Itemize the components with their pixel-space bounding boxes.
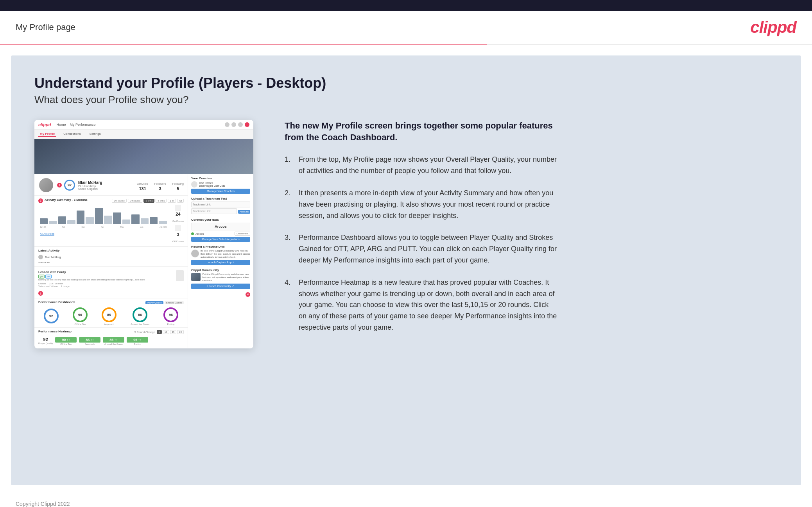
filter-15[interactable]: 15 bbox=[170, 330, 177, 334]
ring-putting-circle: 96 bbox=[163, 307, 178, 322]
nav-icon-3 bbox=[238, 122, 243, 127]
add-link-btn[interactable]: Add Link bbox=[238, 210, 250, 214]
numbered-list: From the top, My Profile page now shows … bbox=[285, 154, 558, 333]
ring-off-tee-label: Off the Tee bbox=[73, 323, 88, 325]
filter-all[interactable]: All bbox=[177, 199, 184, 203]
bar-9 bbox=[113, 212, 121, 224]
filter-3mths[interactable]: 3 Mths bbox=[143, 199, 154, 203]
heatmap-putting-bar: 96 ↑↑ bbox=[127, 337, 148, 343]
ring-approach: 85 Approach bbox=[102, 307, 117, 325]
drill-avatar bbox=[191, 250, 199, 257]
copyright-text: Copyright Clippd 2022 bbox=[16, 501, 70, 507]
profile-location: United Kingdom bbox=[78, 187, 134, 190]
on-course-count: 24 On Course bbox=[172, 205, 184, 223]
heatmap-arg: 86 ↑↑ Around the Green bbox=[103, 336, 124, 345]
perf-header: Performance Dashboard Player Quality Str… bbox=[38, 300, 184, 305]
profile-text-info: Blair McHarg Plus Handicap United Kingdo… bbox=[78, 180, 134, 190]
heatmap-off-tee: 90 ↑↑ Off the Tee bbox=[55, 336, 77, 345]
practice-drill-item: Be one of the Clippd Community who recor… bbox=[191, 250, 250, 259]
manage-coaches-btn[interactable]: Manage Your Coaches bbox=[191, 189, 250, 194]
toggle-player-quality[interactable]: Player Quality bbox=[145, 301, 163, 304]
bar-1 bbox=[40, 218, 48, 224]
heatmap-arg-bar: 86 ↑↑ bbox=[103, 337, 124, 343]
toggle-strokes-gained[interactable]: Strokes Gained bbox=[165, 301, 184, 304]
filter-10[interactable]: 10 bbox=[163, 330, 169, 334]
list-item-4: Performance Heatmap is a new feature tha… bbox=[285, 277, 558, 333]
coach-info: Dan Davies Barnhopple Golf Club bbox=[199, 182, 225, 187]
ring-overall: 92 bbox=[44, 309, 59, 324]
community-text: Visit the Clippd Community and discover … bbox=[202, 273, 250, 282]
subnav-my-profile: My Profile bbox=[38, 131, 56, 137]
manage-integrations-btn[interactable]: Manage Your Data Integrations bbox=[191, 237, 250, 242]
perf-toggle[interactable]: Player Quality Strokes Gained bbox=[145, 301, 184, 304]
on-course-val: 24 bbox=[172, 212, 184, 216]
ring-putting-label: Putting bbox=[163, 323, 178, 325]
trend-bar bbox=[132, 331, 133, 333]
arccos-logo: Arccos bbox=[191, 223, 250, 230]
heatmap-overall-val: 92 bbox=[38, 337, 53, 342]
community-section: Clippd Community Visit the Clippd Commun… bbox=[191, 268, 250, 289]
heatmap-grid: 92 Player Quality 90 ↑↑ Off the Tee 85 ↑… bbox=[38, 336, 184, 345]
lesson-image bbox=[176, 270, 184, 281]
filter-on-course[interactable]: On course bbox=[112, 199, 127, 203]
ring-approach-circle: 85 bbox=[102, 307, 117, 322]
heatmap-overall-label: Player Quality bbox=[38, 342, 53, 345]
activity-text-2: see more bbox=[38, 261, 50, 264]
arccos-disconnect-btn[interactable]: Disconnect bbox=[235, 232, 250, 236]
annotation-2: 2 bbox=[38, 198, 43, 203]
off-course-label: Off Course bbox=[172, 240, 184, 243]
lesson-annotation: 3 bbox=[38, 291, 43, 296]
trackman-input[interactable] bbox=[191, 202, 250, 207]
lesson-tag-2: drill bbox=[45, 275, 52, 278]
on-course-label: On Course bbox=[172, 220, 184, 222]
stat-activities-val: 131 bbox=[137, 186, 148, 191]
nav-avatar-icon bbox=[245, 122, 249, 127]
mockup-right-sidebar: Your Coaches Dan Davies Barnhopple Golf … bbox=[188, 174, 253, 348]
nav-icon-2 bbox=[231, 122, 236, 127]
lesson-title: Lesson with Fordy bbox=[38, 270, 174, 274]
screenshot-col: clippd Home My Performance My Profile bbox=[34, 120, 253, 348]
ring-approach-label: Approach bbox=[102, 323, 117, 325]
filter-1yr[interactable]: 1 Yr bbox=[168, 199, 176, 203]
annotation-1: 1 bbox=[57, 183, 62, 187]
two-col-layout: clippd Home My Performance My Profile bbox=[34, 120, 778, 348]
profile-avatar bbox=[38, 177, 54, 193]
heatmap-filters: 5 10 15 20 bbox=[157, 330, 184, 334]
launch-community-btn[interactable]: Launch Community ↗ bbox=[191, 284, 250, 289]
activity-filters: On course Off course 3 Mths 6 Mths 1 Yr … bbox=[112, 199, 184, 203]
bar-chart bbox=[38, 205, 168, 224]
main-content: Understand your Profile (Players - Deskt… bbox=[11, 55, 801, 485]
filter-6mths[interactable]: 6 Mths bbox=[156, 199, 167, 203]
mockup-activity-section: 2 Activity Summary - 6 Months On course … bbox=[34, 196, 188, 246]
heading-section: Understand your Profile (Players - Deskt… bbox=[34, 75, 778, 106]
mockup-logo: clippd bbox=[38, 122, 51, 127]
off-course-count: 3 Off Course bbox=[172, 225, 184, 244]
activity-text-1: Blair McHarg bbox=[45, 256, 61, 259]
lesson-text: Nothing to feel like my hips are exiting… bbox=[38, 278, 174, 282]
sub-heading: What does your Profile show you? bbox=[34, 94, 778, 106]
heatmap-section: Performance Heatmap 5 Round Change bbox=[34, 327, 188, 348]
subnav-settings: Settings bbox=[88, 131, 102, 137]
drill-text: Be one of the Clippd Community who recor… bbox=[201, 250, 250, 259]
header-divider bbox=[0, 44, 812, 45]
main-heading: Understand your Profile (Players - Deskt… bbox=[34, 75, 778, 91]
heatmap-label: 5 Round Change bbox=[134, 331, 155, 334]
ring-off-tee-circle: 90 bbox=[73, 307, 88, 322]
performance-rings: 92 90 Off the Tee 85 Approach bbox=[38, 307, 184, 325]
community-image bbox=[191, 273, 201, 281]
trackman-link-display: Trackman Link bbox=[191, 208, 237, 214]
filter-5[interactable]: 5 bbox=[157, 330, 162, 334]
all-activities-link[interactable]: All Activities bbox=[38, 229, 168, 236]
coach-club: Barnhopple Golf Club bbox=[199, 184, 225, 187]
stat-activities: Activities 131 bbox=[137, 179, 148, 191]
lesson-tag-1: golf bbox=[38, 275, 45, 278]
filter-off-course[interactable]: Off course bbox=[128, 199, 143, 203]
drill-title: Record a Practice Drill bbox=[191, 245, 250, 248]
filter-20[interactable]: 20 bbox=[177, 330, 184, 334]
latest-activity-section: Latest Activity Blair McHarg see more bbox=[34, 246, 188, 266]
community-item: Visit the Clippd Community and discover … bbox=[191, 273, 250, 282]
chart-x-labels: Jan 22 Feb Mar Apr May Jun Jul 2022 bbox=[38, 226, 168, 228]
mockup-profile-info: 1 92 Blair McHarg Plus Handicap United K… bbox=[34, 174, 188, 196]
list-item-2: It then presents a more in-depth view of… bbox=[285, 187, 558, 221]
launch-capture-btn[interactable]: Launch Capture App ↗ bbox=[191, 260, 250, 265]
